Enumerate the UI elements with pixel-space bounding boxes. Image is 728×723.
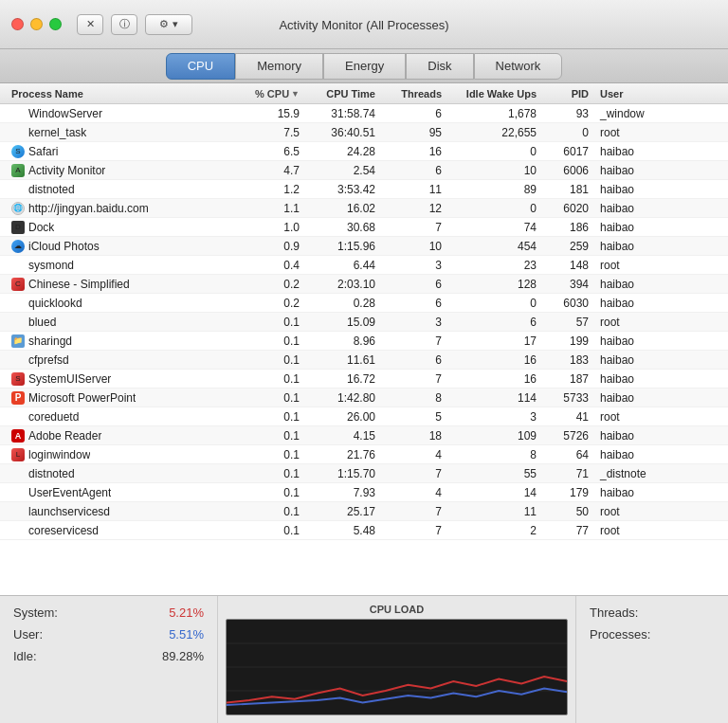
tab-network[interactable]: Network <box>474 53 563 80</box>
cell-pid: 6006 <box>544 164 596 177</box>
cell-threads: 6 <box>383 164 449 177</box>
cell-threads: 6 <box>383 353 449 367</box>
cell-idle: 17 <box>449 334 544 348</box>
process-name: UserEventAgent <box>28 486 111 499</box>
process-icon: 📁 <box>11 334 25 348</box>
cell-cpu: 0.1 <box>231 334 307 348</box>
cell-user: haibao <box>596 240 672 253</box>
table-row[interactable]: A Adobe Reader 0.1 4.15 18 109 5726 haib… <box>0 426 728 445</box>
cell-idle: 89 <box>449 183 544 196</box>
table-row[interactable]: L loginwindow 0.1 21.76 4 8 64 haibao <box>0 445 728 464</box>
info-button[interactable]: ⓘ <box>111 14 137 35</box>
cell-idle: 1,678 <box>449 107 544 120</box>
process-icon: 🌐 <box>11 202 25 215</box>
cell-process: C Chinese - Simplified <box>4 278 231 291</box>
process-icon: S <box>11 145 25 158</box>
table-row[interactable]: C Chinese - Simplified 0.2 2:03.10 6 128… <box>0 275 728 294</box>
process-list[interactable]: WindowServer 15.9 31:58.74 6 1,678 93 _w… <box>0 104 728 595</box>
table-row[interactable]: 📁 sharingd 0.1 8.96 7 17 199 haibao <box>0 332 728 351</box>
system-label: System: <box>13 606 58 620</box>
process-name: Dock <box>28 221 54 234</box>
maximize-button[interactable] <box>49 18 62 30</box>
footer: System: 5.21% User: 5.51% Idle: 89.28% C… <box>0 595 728 723</box>
cell-cpu: 0.1 <box>231 486 307 499</box>
col-header-pid[interactable]: PID <box>544 88 596 99</box>
col-header-cpu[interactable]: % CPU ▼ <box>231 88 307 99</box>
cell-user: haibao <box>596 391 672 405</box>
cell-idle: 74 <box>449 221 544 234</box>
table-row[interactable]: WindowServer 15.9 31:58.74 6 1,678 93 _w… <box>0 104 728 123</box>
table-row[interactable]: cfprefsd 0.1 11.61 6 16 183 haibao <box>0 351 728 370</box>
cell-process: UserEventAgent <box>4 486 231 499</box>
col-header-threads[interactable]: Threads <box>383 88 449 99</box>
table-row[interactable]: coreservicesd 0.1 5.48 7 2 77 root <box>0 521 728 540</box>
table-row[interactable]: 🌐 http://jingyan.baidu.com 1.1 16.02 12 … <box>0 199 728 218</box>
cell-idle: 3 <box>449 410 544 424</box>
cell-process: A Adobe Reader <box>4 429 231 443</box>
cell-idle: 23 <box>449 259 544 272</box>
cell-cputime: 26.00 <box>307 410 383 424</box>
col-header-process[interactable]: Process Name <box>4 88 231 99</box>
table-row[interactable]: S Safari 6.5 24.28 16 0 6017 haibao <box>0 142 728 161</box>
col-header-user[interactable]: User <box>596 88 672 99</box>
cell-threads: 7 <box>383 221 449 234</box>
cell-user: root <box>596 316 672 329</box>
process-name: iCloud Photos <box>28 240 100 253</box>
cell-process: D Dock <box>4 221 231 234</box>
cell-cpu: 0.9 <box>231 240 307 253</box>
cell-idle: 14 <box>449 486 544 499</box>
cell-user: haibao <box>596 486 672 499</box>
idle-value: 89.28% <box>162 649 204 663</box>
process-icon: D <box>11 221 25 234</box>
stat-idle: Idle: 89.28% <box>13 649 204 663</box>
table-row[interactable]: distnoted 1.2 3:53.42 11 89 181 haibao <box>0 180 728 199</box>
close-button[interactable] <box>11 18 24 30</box>
cell-user: root <box>596 410 672 424</box>
table-row[interactable]: sysmond 0.4 6.44 3 23 148 root <box>0 256 728 275</box>
cell-user: haibao <box>596 372 672 386</box>
table-row[interactable]: kernel_task 7.5 36:40.51 95 22,655 0 roo… <box>0 123 728 142</box>
cell-cputime: 1:42.80 <box>307 391 383 405</box>
table-row[interactable]: UserEventAgent 0.1 7.93 4 14 179 haibao <box>0 483 728 502</box>
user-label: User: <box>13 627 43 642</box>
table-row[interactable]: quicklookd 0.2 0.28 6 0 6030 haibao <box>0 294 728 313</box>
cell-threads: 7 <box>383 372 449 386</box>
col-header-idle[interactable]: Idle Wake Ups <box>449 88 544 99</box>
gear-button[interactable]: ⚙ ▾ <box>145 14 192 35</box>
cell-threads: 5 <box>383 410 449 424</box>
tab-cpu[interactable]: CPU <box>166 53 235 80</box>
cell-threads: 18 <box>383 429 449 443</box>
table-row[interactable]: D Dock 1.0 30.68 7 74 186 haibao <box>0 218 728 237</box>
table-row[interactable]: P Microsoft PowerPoint 0.1 1:42.80 8 114… <box>0 389 728 407</box>
table-row[interactable]: S SystemUIServer 0.1 16.72 7 16 187 haib… <box>0 370 728 389</box>
tab-memory[interactable]: Memory <box>235 53 323 80</box>
minimize-button[interactable] <box>30 18 43 30</box>
cell-cputime: 7.93 <box>307 486 383 499</box>
col-header-cputime[interactable]: CPU Time <box>307 88 383 99</box>
tab-disk[interactable]: Disk <box>406 53 473 80</box>
cell-cpu: 0.1 <box>231 429 307 443</box>
cell-user: haibao <box>596 353 672 367</box>
cell-cputime: 16.02 <box>307 202 383 215</box>
table-row[interactable]: blued 0.1 15.09 3 6 57 root <box>0 313 728 332</box>
cell-pid: 199 <box>544 334 596 348</box>
close-icon-btn[interactable]: ✕ <box>77 14 103 35</box>
table-row[interactable]: ☁ iCloud Photos 0.9 1:15.96 10 454 259 h… <box>0 237 728 256</box>
cell-process: S SystemUIServer <box>4 372 231 386</box>
window-title: Activity Monitor (All Processes) <box>279 17 448 31</box>
table-row[interactable]: launchservicesd 0.1 25.17 7 11 50 root <box>0 502 728 521</box>
tab-energy[interactable]: Energy <box>323 53 406 80</box>
cell-cputime: 30.68 <box>307 221 383 234</box>
table-row[interactable]: A Activity Monitor 4.7 2.54 6 10 6006 ha… <box>0 161 728 180</box>
cell-cpu: 0.4 <box>231 259 307 272</box>
process-name: distnoted <box>28 183 75 196</box>
footer-right: Threads: Processes: <box>576 596 728 723</box>
window-controls <box>11 18 62 30</box>
cell-pid: 187 <box>544 372 596 386</box>
cell-process: L loginwindow <box>4 448 231 461</box>
process-name: SystemUIServer <box>28 372 111 386</box>
table-row[interactable]: distnoted 0.1 1:15.70 7 55 71 _distnote <box>0 464 728 483</box>
table-row[interactable]: coreduetd 0.1 26.00 5 3 41 root <box>0 407 728 426</box>
cell-cputime: 4.15 <box>307 429 383 443</box>
cell-pid: 5726 <box>544 429 596 443</box>
